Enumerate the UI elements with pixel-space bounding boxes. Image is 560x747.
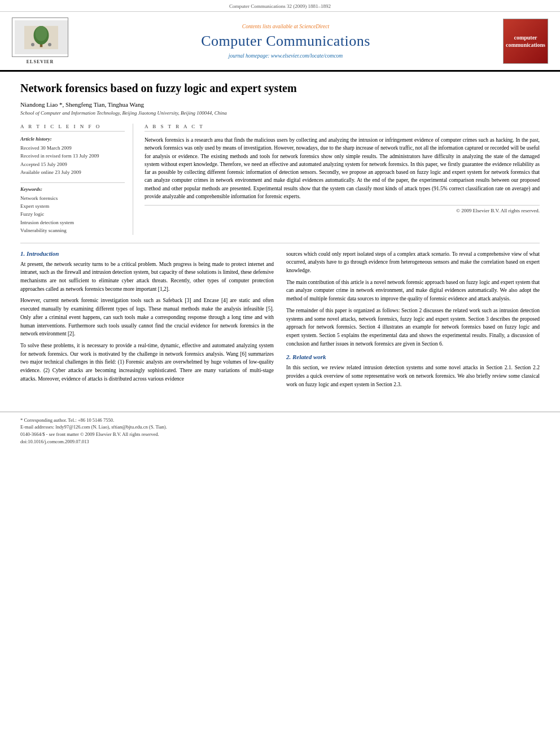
history-online: Available online 23 July 2009 — [20, 168, 125, 176]
content-divider — [20, 243, 540, 243]
intro-paragraph-3: To solve these problems, it is necessary… — [20, 342, 274, 383]
abstract-copyright: © 2009 Elsevier B.V. All rights reserved… — [145, 205, 540, 213]
article-history-label: Article history: — [20, 136, 125, 142]
elsevier-logo: ELSEVIER — [9, 18, 71, 64]
email-note: E-mail addresses: lndy97@126.com (N. Lia… — [20, 423, 540, 431]
keyword-network-forensics: Network forensics — [20, 194, 125, 202]
keyword-vulnerability-scanning: Vulnerability scanning — [20, 226, 125, 234]
svg-point-5 — [48, 42, 51, 46]
abstract-column: A B S T R A C T Network forensics is a r… — [145, 124, 540, 235]
header-center: Contents lists available at ScienceDirec… — [71, 24, 500, 59]
journal-reference: Computer Communications 32 (2009) 1881–1… — [0, 0, 560, 12]
body-left-column: 1. Introduction At present, the network … — [20, 250, 274, 392]
sciencedirect-link: Contents lists available at ScienceDirec… — [71, 24, 500, 29]
journal-cover-area: computer communications — [500, 19, 551, 64]
doi: doi:10.1016/j.comcom.2009.07.013 — [20, 438, 540, 445]
journal-title: Computer Communications — [71, 33, 500, 50]
history-revised: Received in revised form 13 July 2009 — [20, 152, 125, 160]
article-info-column: A R T I C L E I N F O Article history: R… — [20, 124, 133, 235]
corresponding-note: * Corresponding author. Tel.: +86 10 514… — [20, 417, 540, 424]
keyword-intrusion-detection: Intrusion detection system — [20, 219, 125, 226]
footer-section: * Corresponding author. Tel.: +86 10 514… — [0, 412, 560, 451]
copyright-notice: 0140-3664/$ - see front matter © 2009 El… — [20, 431, 540, 438]
journal-cover: computer communications — [503, 19, 548, 64]
col2-paragraph-2: The main contribution of this article is… — [286, 278, 540, 303]
authors: Niandong Liao *, Shengfeng Tian, Tinghua… — [20, 101, 540, 108]
svg-point-4 — [31, 42, 34, 46]
col2-paragraph-3: The remainder of this paper is organized… — [286, 307, 540, 348]
abstract-label: A B S T R A C T — [145, 124, 540, 132]
journal-homepage: journal homepage: www.elsevier.com/locat… — [71, 53, 500, 59]
keywords-label: Keywords: — [20, 182, 125, 192]
journal-header: ELSEVIER Contents lists available at Sci… — [0, 12, 560, 72]
keyword-expert-system: Expert system — [20, 202, 125, 210]
cover-title: computer communications — [506, 34, 545, 49]
keyword-fuzzy-logic: Fuzzy logic — [20, 210, 125, 218]
paper-content: Network forensics based on fuzzy logic a… — [0, 72, 560, 404]
related-work-paragraph-1: In this section, we review related intru… — [286, 364, 540, 388]
related-work-heading: 2. Related work — [286, 353, 540, 360]
article-title: Network forensics based on fuzzy logic a… — [20, 81, 540, 95]
article-info-label: A R T I C L E I N F O — [20, 124, 125, 132]
affiliation: School of Computer and Information Techn… — [20, 110, 540, 116]
elsevier-text: ELSEVIER — [27, 59, 54, 64]
abstract-text: Network forensics is a research area tha… — [145, 136, 540, 200]
history-received: Received 30 March 2009 — [20, 144, 125, 152]
intro-heading: 1. Introduction — [20, 250, 274, 257]
col2-paragraph-1: sources which could only report isolated… — [286, 250, 540, 275]
intro-paragraph-2: However, current network forensic invest… — [20, 296, 274, 338]
history-accepted: Accepted 15 July 2009 — [20, 160, 125, 168]
intro-paragraph-1: At present, the network security turns t… — [20, 260, 274, 294]
article-info-abstract: A R T I C L E I N F O Article history: R… — [20, 124, 540, 235]
svg-point-3 — [36, 25, 47, 41]
body-content: 1. Introduction At present, the network … — [20, 250, 540, 392]
body-right-column: sources which could only report isolated… — [286, 250, 540, 392]
